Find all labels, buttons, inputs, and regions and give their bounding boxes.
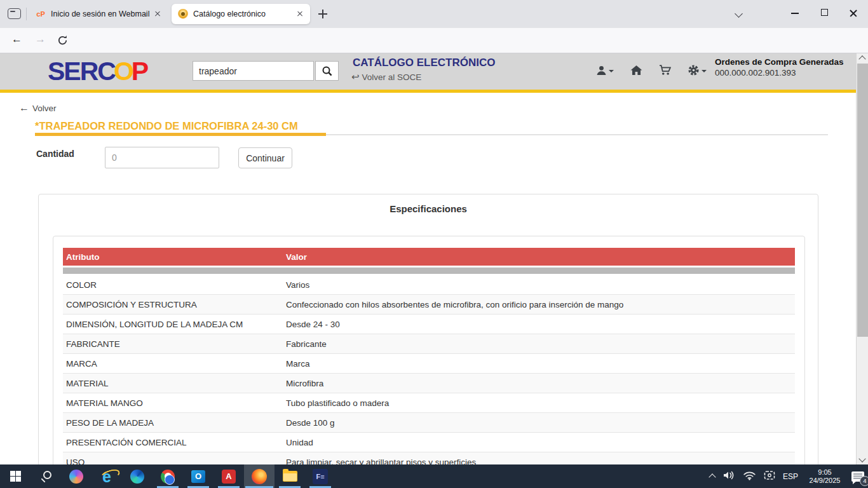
browser-navbar: ← → catalogoelectronico.compraspublicas.… — [0, 28, 868, 53]
value-cell: Unidad — [286, 438, 795, 447]
tab-title: Inicio de sesión en Webmail — [51, 10, 153, 18]
notification-center-icon[interactable]: 4 — [851, 471, 864, 482]
tab-list: cP Inicio de sesión en Webmail Catálogo … — [29, 4, 310, 24]
attribute-cell: USO — [63, 458, 286, 465]
table-row: PESO DE LA MADEJA Desde 100 g — [63, 413, 795, 433]
taskbar-icon-copilot[interactable] — [61, 464, 92, 488]
catalog-search-button[interactable] — [315, 61, 339, 81]
clock[interactable]: 9:05 24/9/2025 — [806, 468, 844, 485]
table-row: FABRICANTE Fabricante — [63, 334, 795, 354]
language-indicator[interactable]: ESP — [783, 472, 798, 481]
browser-tabstrip: cP Inicio de sesión en Webmail Catálogo … — [0, 0, 868, 28]
table-body: COLOR Varios COMPOSICIÓN Y ESTRUCTURA Co… — [63, 275, 795, 464]
attribute-cell: MARCA — [63, 359, 286, 369]
volver-soce-link[interactable]: ↩Volver al SOCE — [351, 71, 421, 83]
quantity-input[interactable] — [105, 147, 219, 168]
taskbar-icon-search[interactable] — [31, 464, 61, 488]
table-horizontal-scrollbar[interactable] — [63, 268, 795, 274]
all-tabs-chevron-icon[interactable] — [736, 11, 742, 17]
header-icons — [596, 64, 707, 76]
page-scrollbar[interactable] — [856, 53, 868, 464]
specifications-panel: Especificaciones Atributo Valor COLOR Va… — [38, 194, 818, 464]
sercop-logo[interactable]: SERCOP — [48, 55, 147, 87]
product-title: *TRAPEADOR REDONDO DE MICROFIBRA 24-30 C… — [35, 120, 298, 132]
clock-date: 24/9/2025 — [806, 477, 844, 485]
scroll-up-arrow[interactable] — [858, 55, 865, 62]
reload-button[interactable] — [57, 35, 68, 48]
value-cell: Tubo plastificado o madera — [286, 398, 795, 408]
taskbar-items: e O A — [0, 464, 336, 488]
specifications-title: Especificaciones — [39, 203, 818, 214]
taskbar-icon-fapp[interactable]: F≡ — [305, 464, 336, 488]
tab-title: Catálogo electrónico — [193, 10, 295, 18]
volver-back-link[interactable]: ←Volver — [19, 102, 57, 114]
tab-close-icon[interactable] — [153, 9, 163, 19]
table-row: MATERIAL MANGO Tubo plastificado o mader… — [63, 393, 795, 413]
taskbar-icon-chrome[interactable] — [153, 464, 183, 488]
favicon-cpanel: cP — [36, 9, 46, 19]
taskbar-icon-acrobat[interactable]: A — [214, 464, 244, 488]
catalog-search-input[interactable] — [193, 61, 314, 81]
attribute-cell: DIMENSIÓN, LONGITUD DE LA MADEJA CM — [63, 320, 286, 329]
back-button[interactable]: ← — [11, 33, 22, 46]
windows-taskbar: e O A — [0, 464, 868, 488]
cart-button[interactable] — [659, 65, 671, 76]
window-restore-button[interactable] — [821, 9, 828, 16]
value-cell: Fabricante — [286, 339, 795, 349]
speaker-icon[interactable] — [722, 470, 735, 483]
quantity-label: Cantidad — [36, 149, 74, 159]
taskbar-icon-explorer[interactable] — [275, 464, 305, 488]
attribute-cell: COLOR — [63, 280, 286, 290]
taskbar-icon-edge[interactable] — [122, 464, 153, 488]
app-title: CATÁLOGO ELECTRÓNICO — [353, 57, 495, 69]
taskbar-icon-firefox[interactable] — [244, 464, 275, 488]
tab-close-icon[interactable] — [295, 9, 305, 19]
orders-counter: Ordenes de Compra Generadas 000.000.002.… — [715, 57, 851, 78]
column-header-valor: Valor — [286, 252, 795, 262]
user-menu-button[interactable] — [596, 65, 614, 76]
taskbar-icon-outlook[interactable]: O — [183, 464, 214, 488]
taskbar-icon-ie[interactable]: e — [92, 464, 122, 488]
attribute-cell: MATERIAL — [63, 379, 286, 388]
home-button[interactable] — [630, 65, 642, 76]
column-header-atributo: Atributo — [63, 252, 286, 262]
value-cell: Para limpiar, secar y abrillantar pisos … — [286, 458, 795, 465]
tray-chevron-up-icon[interactable] — [709, 473, 715, 480]
table-row: MARCA Marca — [63, 354, 795, 374]
screen: cP Inicio de sesión en Webmail Catálogo … — [0, 0, 868, 488]
window-close-button[interactable] — [849, 9, 858, 18]
scroll-down-arrow[interactable] — [858, 455, 865, 462]
left-arrow-icon: ← — [19, 102, 29, 114]
chevron-down-icon — [609, 70, 614, 72]
table-row: MATERIAL Microfibra — [63, 374, 795, 393]
new-tab-button[interactable] — [318, 9, 328, 19]
attribute-cell: FABRICANTE — [63, 339, 286, 349]
orders-number: 000.000.002.901.393 — [715, 67, 851, 78]
notification-badge: 4 — [860, 476, 868, 486]
system-tray: ESP 9:05 24/9/2025 4 — [710, 464, 864, 488]
wifi-icon[interactable] — [743, 470, 756, 483]
continue-button[interactable]: Continuar — [238, 147, 292, 168]
value-cell: Desde 24 - 30 — [286, 320, 795, 329]
forward-button: → — [35, 33, 46, 46]
settings-gear-button[interactable] — [688, 64, 707, 76]
attribute-cell: COMPOSICIÓN Y ESTRUCTURA — [63, 300, 286, 309]
page-content: ←Volver *TRAPEADOR REDONDO DE MICROFIBRA… — [0, 93, 856, 464]
chevron-down-icon — [702, 70, 707, 72]
tab-divider — [26, 8, 27, 20]
value-cell: Varios — [286, 280, 795, 290]
firefox-view-icon[interactable] — [8, 8, 21, 19]
table-row: COMPOSICIÓN Y ESTRUCTURA Confeccionado c… — [63, 295, 795, 315]
favicon-ecuador — [178, 9, 188, 19]
undo-hand-icon: ↩ — [351, 71, 360, 83]
browser-tab[interactable]: Catálogo electrónico — [172, 4, 310, 24]
attribute-cell: MATERIAL MANGO — [63, 398, 286, 408]
table-header-row: Atributo Valor — [63, 248, 795, 266]
table-row: PRESENTACIÓN COMERCIAL Unidad — [63, 433, 795, 452]
taskbar-icon-start[interactable] — [0, 464, 31, 488]
browser-tab[interactable]: cP Inicio de sesión en Webmail — [29, 4, 168, 24]
display-icon[interactable] — [764, 470, 775, 483]
scrollbar-thumb[interactable] — [857, 64, 868, 337]
table-row: DIMENSIÓN, LONGITUD DE LA MADEJA CM Desd… — [63, 315, 795, 334]
window-minimize-button[interactable] — [791, 9, 799, 17]
